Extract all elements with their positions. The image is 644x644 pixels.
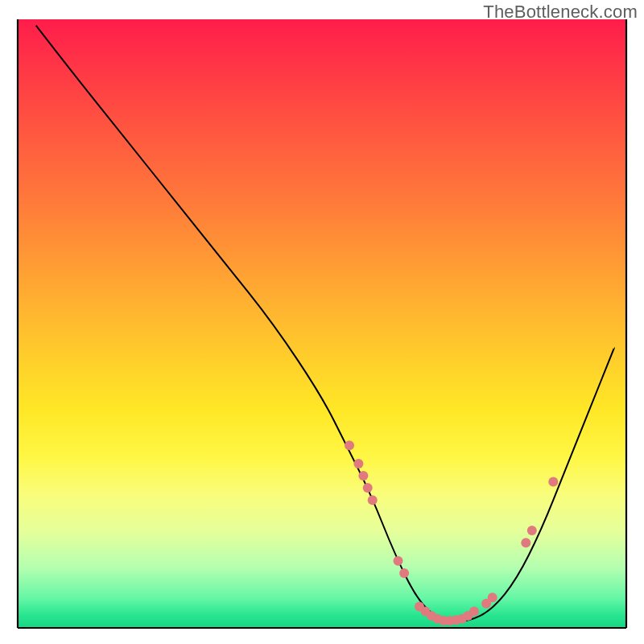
data-marker — [527, 526, 537, 535]
data-marker — [368, 495, 378, 505]
chart-overlay-svg — [0, 0, 644, 644]
bottleneck-curve-line — [36, 26, 614, 622]
chart-frame: TheBottleneck.com — [0, 0, 644, 644]
data-marker — [394, 556, 403, 566]
data-marker — [488, 592, 497, 602]
data-marker — [358, 471, 368, 481]
data-marker — [548, 477, 558, 487]
data-marker — [399, 568, 409, 578]
data-marker — [345, 440, 354, 450]
data-marker — [363, 483, 373, 493]
data-marker — [469, 607, 479, 617]
data-marker — [521, 538, 530, 547]
markers-group — [345, 440, 558, 625]
data-marker — [353, 459, 363, 469]
axes-group — [18, 19, 626, 628]
watermark-label: TheBottleneck.com — [483, 2, 638, 23]
